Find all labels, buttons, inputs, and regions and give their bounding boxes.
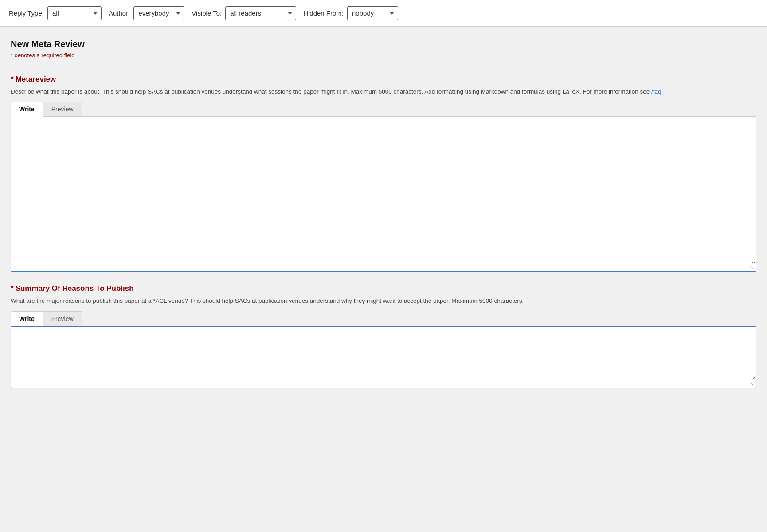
metareview-description: Describe what this paper is about. This …: [11, 87, 756, 96]
visible-to-group: Visible To: all readers authors reviewer…: [192, 6, 296, 20]
required-note: * denotes a required field: [11, 52, 756, 59]
summary-resize-handle: ⤡: [11, 380, 756, 388]
reply-type-label: Reply Type:: [9, 9, 44, 17]
metareview-label: *Metareview: [11, 75, 756, 84]
summary-section: *Summary Of Reasons To Publish What are …: [11, 284, 756, 388]
summary-required-star: *: [11, 284, 14, 293]
metareview-section: *Metareview Describe what this paper is …: [11, 75, 756, 272]
hidden-from-label: Hidden From:: [303, 9, 344, 17]
summary-textarea-wrapper: ⤡: [11, 326, 756, 388]
metareview-required-star: *: [11, 75, 14, 83]
visible-to-label: Visible To:: [192, 9, 222, 17]
summary-label: *Summary Of Reasons To Publish: [11, 284, 756, 293]
metareview-preview-tab[interactable]: Preview: [43, 102, 82, 116]
form-header: New Meta Review * denotes a required fie…: [11, 39, 756, 59]
metareview-faq-link[interactable]: /faq: [651, 88, 661, 95]
summary-resize-icon: ⤡: [750, 381, 754, 387]
visible-to-select[interactable]: all readers authors reviewers area chair…: [225, 6, 296, 20]
form-title: New Meta Review: [11, 39, 756, 49]
metareview-tab-bar: Write Preview: [11, 102, 756, 117]
author-select[interactable]: everybody authors reviewers area chairs: [133, 6, 184, 20]
hidden-from-select[interactable]: nobody authors reviewers area chairs: [347, 6, 398, 20]
summary-description: What are the major reasons to publish th…: [11, 297, 756, 305]
resize-icon: ⤡: [750, 264, 754, 270]
summary-write-tab[interactable]: Write: [11, 311, 43, 326]
main-content: New Meta Review * denotes a required fie…: [0, 27, 767, 413]
summary-preview-tab[interactable]: Preview: [43, 311, 82, 326]
author-label: Author:: [109, 9, 130, 17]
metareview-textarea[interactable]: [11, 117, 756, 263]
reply-type-group: Reply Type: all review meta-review comme…: [9, 6, 102, 20]
hidden-from-group: Hidden From: nobody authors reviewers ar…: [303, 6, 398, 20]
summary-textarea[interactable]: [11, 327, 756, 380]
summary-tab-bar: Write Preview: [11, 311, 756, 326]
author-group: Author: everybody authors reviewers area…: [109, 6, 184, 20]
metareview-resize-handle: ⤡: [11, 263, 756, 271]
metareview-textarea-wrapper: ⤡: [11, 117, 756, 272]
metareview-write-tab[interactable]: Write: [11, 102, 43, 117]
top-filter-bar: Reply Type: all review meta-review comme…: [0, 0, 767, 27]
section-divider: [11, 66, 756, 66]
reply-type-select[interactable]: all review meta-review comment: [47, 6, 102, 20]
